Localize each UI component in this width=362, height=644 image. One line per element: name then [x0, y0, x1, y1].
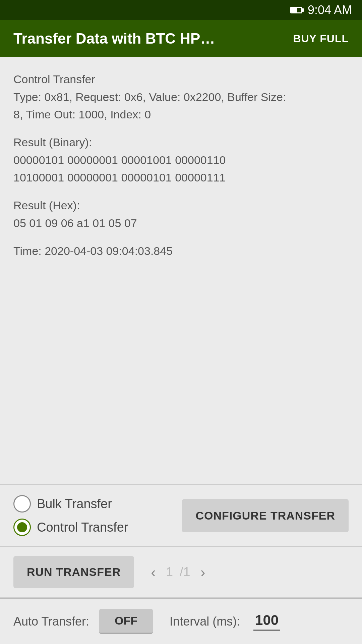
interval-label: Interval (ms): [170, 614, 240, 629]
next-page-button[interactable]: › [197, 564, 209, 581]
bulk-transfer-radio[interactable]: Bulk Transfer [13, 495, 182, 513]
main-content: Control Transfer Type: 0x81, Request: 0x… [0, 57, 362, 484]
control-transfer-header: Control Transfer Type: 0x81, Request: 0x… [13, 70, 349, 123]
auto-transfer-row: Auto Transfer: OFF Interval (ms): 100 [0, 598, 362, 644]
bulk-transfer-radio-circle [13, 495, 31, 513]
status-bar: 9:04 AM [0, 0, 362, 20]
app-bar: Transfer Data with BTC HP… BUY FULL [0, 20, 362, 57]
result-hex-label: Result (Hex): [13, 199, 80, 212]
status-time: 9:04 AM [308, 3, 352, 17]
auto-transfer-label: Auto Transfer: [13, 614, 89, 629]
bulk-transfer-label: Bulk Transfer [37, 497, 112, 511]
time-value: Time: 2020-04-03 09:04:03.845 [13, 245, 173, 257]
parameters-line2: 8, Time Out: 1000, Index: 0 [13, 108, 151, 121]
prev-page-button[interactable]: ‹ [147, 564, 159, 581]
app-title: Transfer Data with BTC HP… [13, 30, 215, 47]
interval-value[interactable]: 100 [253, 612, 280, 631]
result-binary-label: Result (Binary): [13, 136, 92, 149]
parameters-line1: Type: 0x81, Request: 0x6, Value: 0x2200,… [13, 91, 286, 103]
control-transfer-label: Control Transfer [37, 520, 128, 535]
configure-transfer-button[interactable]: CONFIGURE TRANSFER [182, 499, 349, 532]
binary-line1: 00000101 00000001 00001001 00000110 [13, 154, 226, 166]
buy-full-button[interactable]: BUY FULL [293, 33, 349, 45]
binary-line2: 10100001 00000001 00000101 00000111 [13, 171, 226, 184]
control-transfer-radio[interactable]: Control Transfer [13, 519, 182, 536]
radio-group: Bulk Transfer Control Transfer [13, 495, 182, 536]
result-binary-block: Result (Binary): 00000101 00000001 00001… [13, 133, 349, 186]
pagination: ‹ 1 /1 › [147, 564, 208, 581]
run-transfer-row: RUN TRANSFER ‹ 1 /1 › [0, 547, 362, 598]
transfer-type-row: Bulk Transfer Control Transfer CONFIGURE… [0, 485, 362, 547]
hex-value: 05 01 09 06 a1 01 05 07 [13, 217, 137, 229]
run-transfer-button[interactable]: RUN TRANSFER [13, 556, 134, 588]
result-time-block: Time: 2020-04-03 09:04:03.845 [13, 242, 349, 260]
control-transfer-label: Control Transfer [13, 73, 95, 86]
auto-transfer-toggle[interactable]: OFF [99, 609, 153, 634]
result-hex-block: Result (Hex): 05 01 09 06 a1 01 05 07 [13, 197, 349, 232]
current-page: 1 [166, 565, 173, 579]
total-pages: /1 [180, 565, 190, 579]
battery-icon [290, 7, 302, 13]
control-transfer-radio-circle [13, 519, 31, 536]
bottom-section: Bulk Transfer Control Transfer CONFIGURE… [0, 484, 362, 644]
